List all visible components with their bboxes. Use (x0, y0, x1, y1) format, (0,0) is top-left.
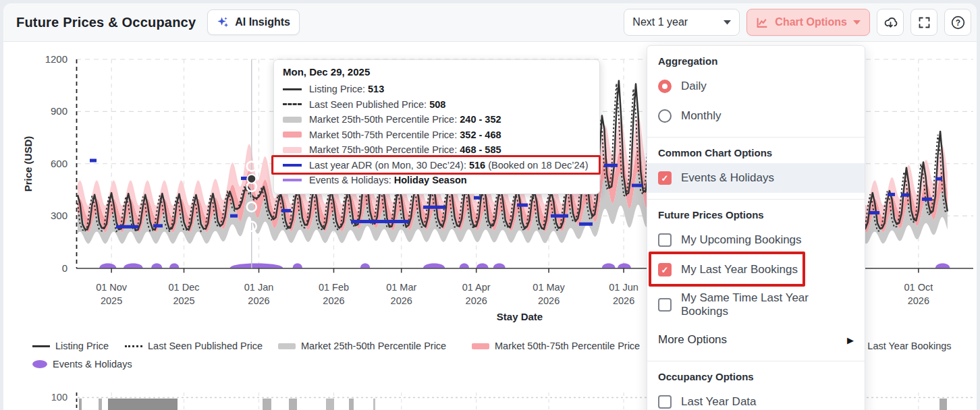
chevron-down-icon (853, 20, 861, 25)
legend-item[interactable]: Listing Price (32, 341, 109, 351)
svg-text:01 Apr: 01 Apr (462, 282, 491, 293)
chart-options-button[interactable]: Chart Options (746, 9, 870, 36)
line-dashed-swatch (283, 103, 302, 105)
menu-item-label: More Options (658, 333, 727, 347)
tooltip-row: Listing Price: 513 (283, 82, 591, 97)
fullscreen-button[interactable] (910, 9, 937, 36)
tooltip-row: Last Seen Published Price: 508 (283, 97, 591, 113)
menu-item-my-upcoming-bookings[interactable]: My Upcoming Bookings (647, 225, 865, 255)
menu-item-daily[interactable]: Daily (647, 71, 865, 101)
svg-text:2026: 2026 (391, 295, 412, 306)
fullscreen-icon (917, 16, 931, 30)
submenu-arrow-icon: ▶ (847, 335, 854, 345)
ellipse-purple-swatch (32, 360, 47, 368)
legend-label: Events & Holidays (53, 359, 132, 370)
sparkles-icon (217, 16, 229, 29)
svg-text:900: 900 (51, 105, 67, 117)
svg-text:01 Feb: 01 Feb (319, 282, 349, 293)
menu-item-monthly[interactable]: Monthly (647, 101, 865, 131)
chart-options-label: Chart Options (775, 16, 847, 28)
legend-label: My Last Year Bookings (852, 341, 952, 351)
svg-text:600: 600 (51, 158, 67, 169)
svg-text:0: 0 (62, 262, 67, 274)
help-icon: ? (950, 15, 966, 30)
legend-item[interactable]: Last Seen Published Price (125, 341, 263, 351)
tooltip-row: Last year ADR (on Mon, 30 Dec’24): 516 (… (283, 158, 591, 173)
tooltip-row: Market 25th-50th Percentile Price: 240 -… (283, 112, 591, 127)
date-range-select[interactable]: Next 1 year (624, 9, 740, 36)
bar-gray-swatch (283, 117, 302, 123)
cloud-download-icon (883, 15, 898, 30)
svg-text:?: ? (955, 18, 960, 27)
menu-section-title: Future Prices Options (647, 207, 865, 225)
legend-label: Market 50th-75th Percentile Price (495, 341, 640, 351)
line-solid-swatch (283, 88, 302, 90)
menu-item-my-same-time-last-year-bookings[interactable]: My Same Time Last Year Bookings (647, 285, 865, 325)
download-button[interactable] (877, 9, 904, 36)
help-button[interactable]: ? (944, 9, 971, 36)
svg-text:2026: 2026 (613, 295, 634, 306)
line-blue-swatch (283, 164, 302, 167)
svg-text:01 Oct: 01 Oct (904, 282, 933, 293)
checkbox-checked[interactable]: ✓ (658, 263, 672, 276)
svg-text:2026: 2026 (323, 295, 344, 306)
menu-item-my-last-year-bookings[interactable]: ✓My Last Year Bookings (647, 255, 865, 285)
checkbox-unchecked[interactable] (658, 395, 672, 409)
svg-text:Price (USD): Price (USD) (22, 136, 34, 192)
chevron-down-icon (724, 20, 731, 25)
legend-item[interactable]: Events & Holidays (32, 359, 132, 370)
menu-item-label: Daily (681, 80, 707, 93)
menu-item-events-holidays[interactable]: ✓Events & Holidays (647, 163, 865, 193)
menu-item-more-options[interactable]: More Options▶ (647, 325, 865, 355)
tooltip-date: Mon, Dec 29, 2025 (283, 66, 591, 78)
ai-insights-button[interactable]: AI Insights (207, 9, 300, 35)
radio-unchecked[interactable] (658, 109, 672, 123)
bar-pink-swatch (472, 343, 489, 349)
menu-section-title: Common Chart Options (647, 145, 865, 163)
svg-text:Stay Date: Stay Date (497, 311, 543, 322)
menu-section-title: Occupancy Options (647, 369, 865, 387)
chart-tooltip: Mon, Dec 29, 2025 Listing Price: 513Last… (273, 59, 600, 194)
checkbox-unchecked[interactable] (658, 233, 672, 247)
page-title: Future Prices & Occupancy (16, 15, 196, 30)
bar-gray-swatch (278, 343, 296, 349)
date-range-value: Next 1 year (632, 16, 688, 28)
svg-text:2026: 2026 (908, 295, 929, 306)
svg-text:01 Jun: 01 Jun (609, 282, 638, 293)
menu-section-title: Aggregation (647, 53, 865, 71)
checkbox-checked[interactable]: ✓ (658, 171, 672, 185)
legend-item[interactable]: Market 50th-75th Percentile Price (472, 341, 640, 351)
menu-item-label: Last Year Data (681, 395, 757, 409)
legend-item[interactable]: Market 25th-50th Percentile Price (278, 341, 446, 351)
svg-text:01 May: 01 May (533, 282, 565, 293)
svg-text:01 Nov: 01 Nov (96, 282, 128, 293)
menu-item-label: My Same Time Last Year Bookings (681, 291, 854, 318)
menu-item-label: Monthly (681, 109, 722, 123)
bar-pink-swatch (283, 131, 302, 138)
checkbox-unchecked[interactable] (658, 298, 672, 312)
legend-label: Listing Price (55, 341, 109, 351)
svg-text:1200: 1200 (45, 53, 67, 65)
menu-item-label: Events & Holidays (681, 171, 774, 185)
svg-text:2026: 2026 (466, 295, 487, 306)
svg-text:300: 300 (51, 210, 67, 221)
svg-text:2026: 2026 (538, 295, 560, 306)
tooltip-row: Events & Holidays: Holiday Season (283, 173, 591, 188)
future-prices-card: Future Prices & Occupancy AI Insights Ne… (3, 3, 977, 410)
line-dotted-swatch (125, 345, 142, 347)
svg-text:2025: 2025 (173, 295, 194, 306)
ai-insights-label: AI Insights (235, 16, 290, 28)
menu-item-label: My Last Year Bookings (681, 263, 798, 276)
legend-label: Last Seen Published Price (148, 341, 263, 351)
svg-text:01 Jan: 01 Jan (244, 282, 274, 293)
line-solid-swatch (32, 345, 50, 347)
radio-checked[interactable] (658, 80, 672, 93)
bar-lightpink-swatch (283, 147, 302, 153)
svg-text:2026: 2026 (248, 295, 269, 306)
legend-label: Market 25th-50th Percentile Price (301, 341, 446, 351)
svg-text:100: 100 (51, 392, 67, 403)
svg-text:01 Mar: 01 Mar (386, 282, 416, 293)
chart-line-icon (756, 16, 769, 29)
chart-options-menu: AggregationDailyMonthlyCommon Chart Opti… (647, 45, 865, 410)
menu-item-last-year-data[interactable]: Last Year Data (647, 387, 865, 410)
